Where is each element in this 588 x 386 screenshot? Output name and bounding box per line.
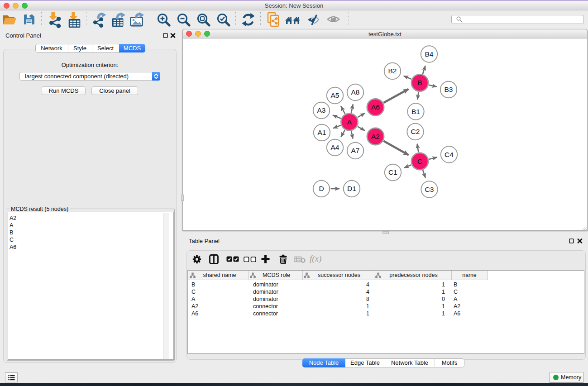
svg-text:D: D: [319, 185, 324, 192]
svg-text:A4: A4: [331, 143, 339, 151]
svg-text:D1: D1: [347, 185, 356, 192]
svg-text:C1: C1: [388, 168, 397, 176]
svg-text:A3: A3: [317, 106, 326, 114]
svg-text:A5: A5: [331, 91, 339, 99]
svg-text:C3: C3: [425, 186, 434, 193]
svg-text:C4: C4: [445, 151, 454, 158]
svg-text:A: A: [347, 118, 352, 126]
svg-text:A8: A8: [351, 88, 360, 96]
svg-text:A2: A2: [371, 133, 380, 140]
svg-text:A7: A7: [351, 147, 360, 154]
svg-text:A1: A1: [318, 129, 326, 136]
svg-text:B1: B1: [411, 108, 420, 115]
svg-text:B4: B4: [425, 50, 434, 58]
svg-text:C: C: [417, 157, 422, 165]
svg-text:A6: A6: [371, 103, 380, 111]
svg-text:C2: C2: [411, 128, 420, 135]
svg-text:B: B: [417, 79, 422, 86]
svg-text:B2: B2: [388, 67, 397, 75]
svg-text:B3: B3: [445, 86, 453, 93]
